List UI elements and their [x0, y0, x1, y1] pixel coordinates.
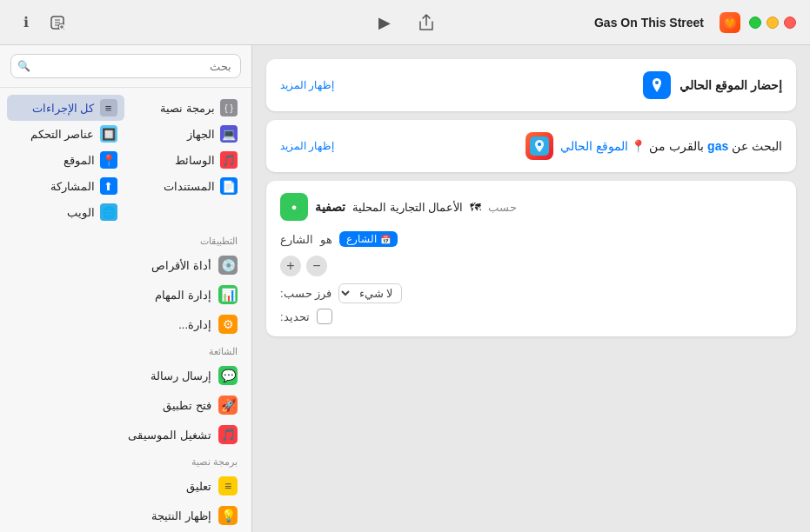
sidebar-item-control-label: عناصر التحكم [14, 128, 95, 141]
all-actions-icon: ≡ [100, 99, 117, 116]
search-wrap [10, 54, 241, 78]
task-mgr-label: إدارة المهام [155, 289, 211, 302]
update-checkbox[interactable] [317, 309, 332, 324]
docs-icon: 📄 [220, 177, 238, 195]
sort-label-text: فرز حسب: [280, 287, 331, 300]
sidebar-item-location[interactable]: 📍 الموقع [7, 147, 124, 173]
sidebar-item-all-actions[interactable]: ≡ كل الإجراءات [7, 95, 124, 121]
filter-tag-street: 📅 الشارع [339, 231, 398, 247]
comment-icon: ≡ [218, 476, 238, 495]
open-app-label: فتح تطبيق [163, 399, 211, 412]
business-text: الأعمال التجارية المحلية [352, 201, 463, 214]
card2-show-more[interactable]: إظهار المزيد [280, 140, 334, 152]
other-app-icon: ⚙ [218, 315, 238, 334]
sort-select[interactable]: لا شيء [338, 283, 402, 303]
sidebar-item-text-programming[interactable]: { } برمجة نصية [128, 95, 245, 121]
svg-point-6 [538, 143, 541, 146]
disk-utility-icon: 💿 [218, 256, 238, 275]
filter-label: تصفية [315, 200, 345, 214]
sidebar: ≡ كل الإجراءات 🔲 عناصر التحكم 📍 الموقع ⬆… [0, 45, 252, 532]
sidebar-item-send-message[interactable]: 💬 إرسال رسالة [0, 361, 251, 390]
sidebar-item-device-label: الجهاز [135, 128, 216, 141]
yellow-light[interactable] [766, 17, 779, 29]
card2-right: البحث عن gas بالقرب من 📍 الموقع الحالي [334, 132, 782, 160]
svg-point-4 [655, 81, 659, 84]
update-row: تحديد: [280, 309, 782, 324]
play-button[interactable]: ▶ [371, 9, 398, 37]
sidebar-item-control-elements[interactable]: 🔲 عناصر التحكم [7, 121, 124, 147]
card2-search-term: gas [707, 139, 728, 153]
show-result-label: إظهار النتيجة [151, 509, 211, 522]
other-app-label: إدارة... [178, 318, 211, 331]
scripting-section-title: برمجة نصية [0, 449, 251, 471]
sidebar-item-text-prog-label: برمجة نصية [135, 102, 216, 115]
card2-label: البحث عن [732, 139, 782, 153]
traffic-lights [749, 17, 796, 29]
sidebar-item-documents[interactable]: 📄 المستندات [128, 173, 245, 199]
sidebar-item-web[interactable]: 🌐 الويب [7, 199, 124, 225]
titlebar: ℹ ▶ Gas On This Street 🧡 [0, 0, 810, 45]
svg-text:🧡: 🧡 [725, 17, 736, 29]
titlebar-right: Gas On This Street 🧡 [594, 12, 796, 33]
common-section-title: الشائعة [0, 339, 251, 361]
plus-minus-buttons: + − [280, 256, 782, 276]
send-message-label: إرسال رسالة [151, 369, 211, 382]
card1-show-more[interactable]: إظهار المزيد [280, 79, 334, 91]
main-content: ≡ كل الإجراءات 🔲 عناصر التحكم 📍 الموقع ⬆… [0, 45, 810, 532]
sidebar-scrollable: ≡ كل الإجراءات 🔲 عناصر التحكم 📍 الموقع ⬆… [0, 88, 251, 532]
tag-icon: 📅 [380, 235, 391, 244]
open-app-icon: 🚀 [218, 396, 238, 415]
card2-near: بالقرب من [646, 139, 704, 153]
minus-button[interactable]: − [306, 256, 327, 276]
play-music-icon: 🎵 [218, 425, 238, 444]
filter-business-label: 🗺 الأعمال التجارية المحلية [352, 201, 481, 214]
card-current-location: إظهار المزيد إحضار الموقع الحالي [266, 59, 796, 111]
search-input[interactable] [10, 54, 241, 78]
sidebar-item-media-label: الوسائط [135, 154, 216, 167]
text-prog-icon: { } [220, 99, 238, 116]
plus-button[interactable]: + [280, 256, 301, 276]
sort-label: فرز حسب: [280, 287, 331, 300]
sidebar-item-open-app[interactable]: 🚀 فتح تطبيق [0, 390, 251, 420]
location-icon: 📍 [100, 151, 117, 169]
sidebar-col-right: { } برمجة نصية 💻 الجهاز 🎵 الوسائط 📄 المس… [128, 95, 245, 225]
green-light[interactable] [749, 17, 761, 29]
card-filter: حسب 🗺 الأعمال التجارية المحلية تصفية ● 📅 [266, 181, 796, 336]
filter-street-label: الشارع [280, 233, 313, 246]
sort-row: لا شيء فرز حسب: [280, 283, 782, 303]
card-search: إظهار المزيد البحث عن gas بالقرب من 📍 ال… [266, 120, 796, 172]
red-light[interactable] [784, 17, 796, 29]
app-icon: 🧡 [720, 12, 740, 33]
add-button[interactable] [45, 10, 70, 35]
share-button[interactable] [412, 9, 440, 37]
titlebar-center: ▶ [371, 9, 440, 37]
sidebar-item-all-actions-label: كل الإجراءات [14, 102, 95, 115]
info-button[interactable]: ℹ [14, 10, 38, 35]
search-bar [0, 45, 251, 88]
sidebar-item-other-app[interactable]: ⚙ إدارة... [0, 309, 251, 339]
filter-sub: حسب [488, 201, 517, 214]
sidebar-item-media[interactable]: 🎵 الوسائط [128, 147, 245, 173]
card1-icon [643, 71, 671, 99]
card2-location-icon: 📍 [631, 139, 646, 153]
sidebar-item-device[interactable]: 💻 الجهاز [128, 121, 245, 147]
sidebar-item-sharing[interactable]: ⬆ المشاركة [7, 173, 124, 199]
sidebar-item-show-result[interactable]: 💡 إظهار النتيجة [0, 501, 251, 530]
task-mgr-icon: 📊 [218, 285, 238, 304]
comment-label: تعليق [186, 480, 211, 493]
apps-section-title: التطبيقات [0, 229, 251, 250]
play-music-label: تشغيل الموسيقى [128, 429, 211, 442]
sidebar-item-task-mgr[interactable]: 📊 إدارة المهام [0, 280, 251, 309]
sidebar-col-left: ≡ كل الإجراءات 🔲 عناصر التحكم 📍 الموقع ⬆… [7, 95, 124, 225]
filter-main-icon: ● [280, 193, 308, 221]
send-message-icon: 💬 [218, 366, 238, 385]
right-panel: إظهار المزيد إحضار الموقع الحالي إظهار ا… [252, 45, 810, 532]
filter-is-label: هو [320, 233, 332, 246]
sidebar-item-play-music[interactable]: 🎵 تشغيل الموسيقى [0, 420, 251, 449]
app-title: Gas On This Street [594, 16, 704, 30]
sidebar-item-disk-utility[interactable]: 💿 أداة الأقراص [0, 250, 251, 280]
card2-location-highlight: الموقع الحالي [560, 139, 628, 153]
sidebar-item-comment[interactable]: ≡ تعليق [0, 471, 251, 501]
sharing-icon: ⬆ [100, 177, 117, 195]
sidebar-item-web-label: الويب [14, 206, 95, 219]
